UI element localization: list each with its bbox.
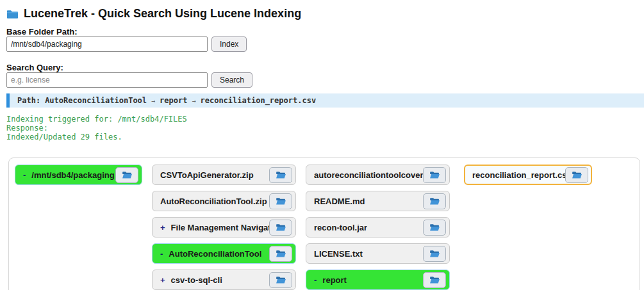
tree-node-readme-md[interactable]: README.md (306, 191, 450, 211)
collapse-toggle-icon[interactable]: - (314, 275, 317, 285)
open-folder-button[interactable] (423, 246, 446, 262)
tree-node-label: autoreconciliationtoolcover.png (314, 170, 423, 180)
folder-open-icon (276, 276, 286, 284)
open-folder-button[interactable] (269, 193, 292, 209)
tree-node-autoreconciliationtool-zip[interactable]: AutoReconciliationTool.zip (152, 191, 296, 211)
tree-node-packaging-root[interactable]: - /mnt/sdb4/packaging (15, 165, 142, 185)
folder-open-icon (429, 223, 440, 232)
tree-node-reconciliation-report-csv[interactable]: reconciliation_report.csv (464, 165, 592, 185)
tree-node-label: LICENSE.txt (314, 249, 363, 259)
folder-open-icon (429, 276, 440, 284)
search-input[interactable] (6, 72, 208, 88)
folder-open-icon (429, 171, 440, 179)
expand-toggle-icon[interactable]: + (160, 275, 165, 285)
collapse-toggle-icon[interactable]: - (160, 249, 163, 259)
result-path-bar: Path: AutoReconciliationTool → report → … (6, 93, 644, 108)
open-folder-button[interactable] (115, 167, 138, 183)
page-title-text: LuceneTrek - Quick Search Using Lucene I… (24, 7, 301, 20)
arrow-right-icon: → (151, 97, 155, 104)
expand-toggle-icon[interactable]: + (160, 223, 165, 232)
base-folder-input[interactable] (6, 36, 208, 52)
tree-node-license-txt[interactable]: LICENSE.txt (306, 243, 450, 264)
tree-node-label: reconciliation_report.csv (472, 170, 565, 180)
base-folder-label: Base Folder Path: (6, 27, 78, 36)
folder-open-icon (276, 197, 286, 205)
search-button[interactable]: Search (211, 72, 252, 88)
folder-open-icon (429, 250, 440, 258)
tree-node-label: - /mnt/sdb4/packaging (23, 170, 115, 180)
index-response-text: Indexing triggered for: /mnt/sdb4/FILES … (6, 115, 187, 141)
folder-open-icon (276, 223, 286, 232)
folder-open-icon (276, 171, 286, 179)
folder-open-icon (572, 171, 582, 179)
open-folder-button[interactable] (269, 246, 292, 262)
tree-node-csv-to-sql-cli[interactable]: + csv-to-sql-cli (152, 270, 296, 290)
path-segment: reconciliation_report.csv (201, 96, 317, 105)
app-folder-icon (6, 9, 19, 19)
folder-open-icon (276, 250, 286, 258)
open-folder-button[interactable] (565, 167, 588, 183)
folder-open-icon (122, 171, 133, 179)
tree-node-file-management-navigation[interactable]: + File Management Navigation (152, 217, 296, 238)
tree-node-report[interactable]: - report (306, 270, 450, 290)
tree-node-label: + File Management Navigation (160, 223, 269, 232)
arrow-right-icon: → (192, 97, 195, 104)
tree-node-autoreconciliationtoolcover-png[interactable]: autoreconciliationtoolcover.png (306, 165, 450, 185)
tree-node-autoreconciliationtool[interactable]: - AutoReconciliationTool (152, 243, 296, 264)
tree-node-label: + csv-to-sql-cli (160, 275, 222, 285)
tree-node-label: CSVToApiGenerator.zip (160, 170, 254, 180)
open-folder-button[interactable] (423, 193, 446, 209)
tree-node-label: recon-tool.jar (314, 223, 367, 232)
search-query-label: Search Query: (6, 63, 63, 72)
open-folder-button[interactable] (423, 272, 446, 288)
tree-node-label: - AutoReconciliationTool (160, 249, 261, 259)
tree-node-label: - report (314, 275, 347, 285)
index-button[interactable]: Index (211, 36, 247, 52)
path-segment: report (160, 96, 187, 105)
path-segment: AutoReconciliationTool (45, 96, 147, 105)
open-folder-button[interactable] (269, 272, 292, 288)
collapse-toggle-icon[interactable]: - (23, 170, 26, 180)
page-title: LuceneTrek - Quick Search Using Lucene I… (6, 7, 301, 20)
tree-node-recon-tool-jar[interactable]: recon-tool.jar (306, 217, 450, 238)
tree-node-label: README.md (314, 197, 365, 206)
path-prefix: Path: (17, 96, 40, 105)
tree-node-csvtoapigenerator-zip[interactable]: CSVToApiGenerator.zip (152, 165, 296, 185)
open-folder-button[interactable] (423, 167, 446, 183)
tree-node-label: AutoReconciliationTool.zip (160, 197, 267, 206)
open-folder-button[interactable] (269, 167, 292, 183)
open-folder-button[interactable] (423, 220, 446, 236)
folder-open-icon (429, 197, 440, 205)
open-folder-button[interactable] (269, 220, 292, 236)
